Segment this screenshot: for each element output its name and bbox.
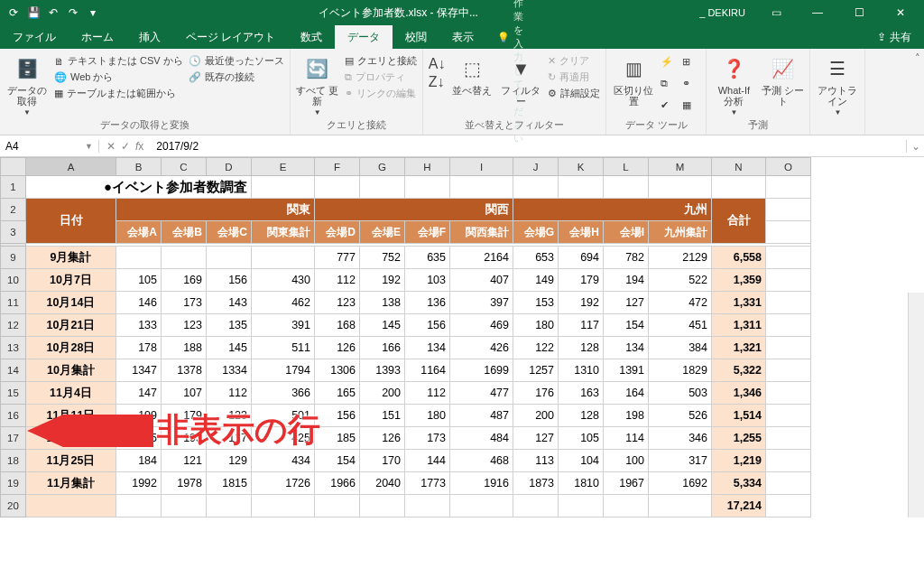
data-cell[interactable]: 149 bbox=[513, 269, 559, 292]
data-cell[interactable]: 104 bbox=[559, 450, 604, 472]
data-cell[interactable]: 193 bbox=[162, 427, 207, 450]
data-cell[interactable]: 425 bbox=[252, 427, 315, 450]
properties[interactable]: ⧉プロパティ bbox=[345, 70, 417, 84]
data-cell[interactable]: 2129 bbox=[649, 247, 712, 269]
column-header-J[interactable]: J bbox=[513, 158, 559, 176]
data-cell[interactable]: 477 bbox=[450, 382, 513, 405]
data-cell[interactable]: 156 bbox=[315, 405, 360, 427]
total-cell[interactable]: 1,331 bbox=[712, 292, 766, 314]
data-cell[interactable] bbox=[513, 495, 559, 517]
data-cell[interactable]: 384 bbox=[649, 337, 712, 359]
data-cell[interactable]: 127 bbox=[604, 292, 649, 314]
data-cell[interactable]: 113 bbox=[513, 450, 559, 472]
subheader[interactable]: 九州集計 bbox=[649, 221, 712, 244]
data-cell[interactable]: 134 bbox=[405, 337, 450, 359]
data-cell[interactable]: 105 bbox=[559, 427, 604, 450]
data-cell[interactable]: 1815 bbox=[207, 472, 252, 495]
spreadsheet-grid[interactable]: ABCDEFGHIJKLMNO1●イベント参加者数調査2日付関東関西九州合計3会… bbox=[0, 157, 924, 517]
header-kansai[interactable]: 関西 bbox=[315, 199, 513, 221]
data-cell[interactable] bbox=[116, 247, 162, 269]
column-header-I[interactable]: I bbox=[450, 158, 513, 176]
data-cell[interactable]: 501 bbox=[252, 405, 315, 427]
data-cell[interactable]: 114 bbox=[604, 427, 649, 450]
date-cell[interactable]: 10月集計 bbox=[26, 359, 116, 382]
data-cell[interactable]: 1829 bbox=[649, 359, 712, 382]
undo-icon[interactable]: ↶ bbox=[45, 5, 61, 21]
data-cell[interactable]: 366 bbox=[252, 382, 315, 405]
data-cell[interactable]: 123 bbox=[162, 314, 207, 337]
tab-ホーム[interactable]: ホーム bbox=[69, 25, 126, 50]
tab-数式[interactable]: 数式 bbox=[288, 25, 335, 50]
column-header-D[interactable]: D bbox=[207, 158, 252, 176]
row-header[interactable]: 16 bbox=[1, 405, 26, 427]
column-header-M[interactable]: M bbox=[649, 158, 712, 176]
text-to-columns-button[interactable]: ▥ 区切り位置 bbox=[612, 52, 655, 117]
data-validation-icon[interactable]: ✔ bbox=[661, 99, 679, 117]
data-cell[interactable] bbox=[207, 495, 252, 517]
data-cell[interactable]: 430 bbox=[252, 269, 315, 292]
data-cell[interactable]: 1773 bbox=[405, 472, 450, 495]
column-header-O[interactable]: O bbox=[766, 158, 811, 176]
column-header-G[interactable]: G bbox=[360, 158, 405, 176]
namebox-dropdown-icon[interactable]: ▼ bbox=[85, 142, 93, 151]
data-cell[interactable]: 134 bbox=[604, 337, 649, 359]
data-cell[interactable]: 635 bbox=[405, 247, 450, 269]
data-cell[interactable]: 151 bbox=[360, 405, 405, 427]
data-cell[interactable] bbox=[162, 495, 207, 517]
close-icon[interactable]: ✕ bbox=[881, 0, 920, 25]
subheader[interactable]: 会場C bbox=[207, 221, 252, 244]
total-cell[interactable]: 1,359 bbox=[712, 269, 766, 292]
data-cell[interactable]: 777 bbox=[315, 247, 360, 269]
total-cell[interactable]: 1,514 bbox=[712, 405, 766, 427]
data-cell[interactable] bbox=[162, 247, 207, 269]
tab-ページ レイアウト[interactable]: ページ レイアウト bbox=[173, 25, 288, 50]
data-cell[interactable] bbox=[360, 495, 405, 517]
data-cell[interactable]: 200 bbox=[513, 405, 559, 427]
subheader[interactable]: 関東集計 bbox=[252, 221, 315, 244]
data-cell[interactable]: 107 bbox=[162, 382, 207, 405]
tab-表示[interactable]: 表示 bbox=[439, 25, 486, 50]
data-cell[interactable]: 128 bbox=[559, 405, 604, 427]
header-total[interactable]: 合計 bbox=[712, 199, 766, 244]
data-cell[interactable]: 179 bbox=[162, 405, 207, 427]
data-cell[interactable]: 653 bbox=[513, 247, 559, 269]
total-cell[interactable]: 5,334 bbox=[712, 472, 766, 495]
date-cell[interactable]: 11月11日 bbox=[26, 405, 116, 427]
date-cell[interactable] bbox=[26, 495, 116, 517]
date-cell[interactable]: 11月25日 bbox=[26, 450, 116, 472]
data-cell[interactable]: 487 bbox=[450, 405, 513, 427]
data-cell[interactable] bbox=[252, 247, 315, 269]
row-header[interactable]: 20 bbox=[1, 495, 26, 517]
data-cell[interactable]: 146 bbox=[116, 292, 162, 314]
data-cell[interactable]: 451 bbox=[649, 314, 712, 337]
data-cell[interactable]: 173 bbox=[405, 427, 450, 450]
data-cell[interactable]: 199 bbox=[116, 405, 162, 427]
from-table-range[interactable]: ▦テーブルまたは範囲から bbox=[54, 87, 183, 100]
data-cell[interactable]: 178 bbox=[116, 337, 162, 359]
data-cell[interactable] bbox=[252, 495, 315, 517]
data-cell[interactable]: 2164 bbox=[450, 247, 513, 269]
data-cell[interactable] bbox=[207, 247, 252, 269]
data-cell[interactable]: 115 bbox=[116, 427, 162, 450]
sort-asc-icon[interactable]: A↓ bbox=[429, 56, 446, 72]
subheader[interactable]: 会場G bbox=[513, 221, 559, 244]
header-kyushu[interactable]: 九州 bbox=[513, 199, 712, 221]
total-cell[interactable]: 5,322 bbox=[712, 359, 766, 382]
fx-icon[interactable]: fx bbox=[135, 140, 143, 153]
data-cell[interactable]: 121 bbox=[162, 450, 207, 472]
redo-icon[interactable]: ↷ bbox=[65, 5, 81, 21]
qat-more-icon[interactable]: ▾ bbox=[85, 5, 101, 21]
total-cell[interactable]: 1,311 bbox=[712, 314, 766, 337]
column-header-C[interactable]: C bbox=[162, 158, 207, 176]
data-cell[interactable]: 1378 bbox=[162, 359, 207, 382]
column-header-corner[interactable] bbox=[1, 158, 26, 176]
maximize-icon[interactable]: ☐ bbox=[839, 0, 879, 25]
row-header[interactable]: 1 bbox=[1, 176, 26, 199]
date-cell[interactable]: 10月21日 bbox=[26, 314, 116, 337]
remove-dup-icon[interactable]: ⧉ bbox=[661, 78, 679, 96]
data-cell[interactable]: 391 bbox=[252, 314, 315, 337]
data-cell[interactable]: 100 bbox=[604, 450, 649, 472]
data-cell[interactable]: 164 bbox=[604, 382, 649, 405]
date-cell[interactable]: 10月14日 bbox=[26, 292, 116, 314]
data-cell[interactable]: 194 bbox=[604, 269, 649, 292]
